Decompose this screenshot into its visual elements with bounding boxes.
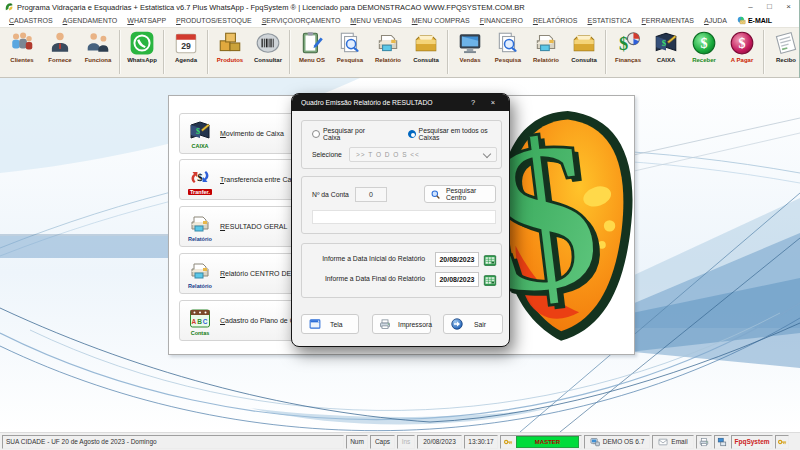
status-user-text: MASTER <box>516 436 579 448</box>
toolbar-button-agenda[interactable]: 29Agenda <box>167 30 205 76</box>
svg-text:$: $ <box>700 35 707 51</box>
menu-item-estatistica[interactable]: ESTATISTICA <box>582 17 636 24</box>
menu-item-whatsapp[interactable]: WHATSAPP <box>122 17 171 24</box>
toolbar-separator <box>163 30 165 74</box>
calendar-picker-icon[interactable] <box>483 253 497 266</box>
clients-icon <box>9 30 35 56</box>
toolbar-separator <box>207 30 209 74</box>
sair-button[interactable]: Sair <box>443 314 503 334</box>
menu-item-agendamento[interactable]: AGENDAMENTO <box>58 17 123 24</box>
conta-group: Nº da Conta 0 Pesquisar Centro <box>301 176 502 234</box>
toolbar-button-consulta[interactable]: Consulta <box>407 30 445 76</box>
menu-item-label: WHATSAPP <box>127 17 166 24</box>
radio-pesquisar-todos-caixas[interactable]: Pesquisar em todos os Caixas <box>408 127 501 141</box>
menu-item-label: CADASTROS <box>9 17 53 24</box>
menu-item-servi-o-or-amento[interactable]: SERVIÇO/ORÇAMENTO <box>257 17 346 24</box>
products-icon <box>217 30 243 56</box>
drawer-icon <box>413 30 439 56</box>
menu-item-menu-compras[interactable]: MENU COMPRAS <box>407 17 475 24</box>
toolbar-button-label: Receber <box>692 57 716 63</box>
menu-item-label: SERVIÇO/ORÇAMENTO <box>262 17 341 24</box>
toolbar-button-relat-rio[interactable]: Relatório <box>369 30 407 76</box>
toolbar-button-vendas[interactable]: Vendas <box>451 30 489 76</box>
svg-text:$: $ <box>197 171 203 183</box>
toolbar-button-menu-os[interactable]: Menu OS <box>293 30 331 76</box>
conta-input[interactable]: 0 <box>355 187 387 202</box>
toolbar-button-finan-as[interactable]: $Finanças <box>609 30 647 76</box>
toolbar-button-fornece[interactable]: Fornece <box>41 30 79 76</box>
status-caps-lock-text: Caps <box>375 438 390 445</box>
toolbar-button-label: Relatório <box>375 57 401 63</box>
menu-item-relat-rios[interactable]: RELATÓRIOS <box>528 17 583 24</box>
key-icon <box>503 437 513 447</box>
toolbar-button-label: Agenda <box>175 57 197 63</box>
dialog-close-button[interactable]: × <box>486 98 500 107</box>
toolbar-button-relat-rio[interactable]: Relatório <box>527 30 565 76</box>
caixa-filter-group: Pesquisar por Caixa Pesquisar em todos o… <box>301 120 502 169</box>
toolbar-button-consulta[interactable]: Consulta <box>565 30 603 76</box>
menu-item-cadastros[interactable]: CADASTROS <box>4 17 58 24</box>
status-network <box>714 435 729 449</box>
toolbar-button-whatsapp[interactable]: WhatsApp <box>123 30 161 76</box>
data-inicial-input[interactable]: 20/08/2023 <box>435 252 479 267</box>
toolbar-button-receber[interactable]: $Receber <box>685 30 723 76</box>
calendar-picker-icon[interactable] <box>483 273 497 286</box>
dates-group: Informe a Data Inicial do Relatório 20/0… <box>301 243 502 298</box>
impressora-button[interactable]: Impressora <box>372 314 431 334</box>
tela-button[interactable]: Tela <box>301 314 359 334</box>
statusbar: SUA CIDADE - UF 20 de Agosto de 2023 - D… <box>0 432 800 450</box>
toolbar-button-a-pagar[interactable]: $A Pagar <box>723 30 761 76</box>
status-num-lock: Num <box>346 435 368 449</box>
menu-item-ajuda[interactable]: AJUDA <box>699 17 732 24</box>
svg-text:ABC: ABC <box>191 317 208 324</box>
toolbar-button-pesquisa[interactable]: Pesquisa <box>331 30 369 76</box>
status-time: 13:30:17 <box>464 435 498 449</box>
pesquisar-centro-button[interactable]: Pesquisar Centro <box>424 185 496 203</box>
radio-circle-unchecked[interactable] <box>312 130 320 138</box>
caixa-select-value: >> T O D O S << <box>356 151 484 158</box>
radio-circle-checked[interactable] <box>408 130 416 138</box>
close-button[interactable]: × <box>780 1 797 13</box>
menu-item-label: E-MAIL <box>748 17 772 24</box>
menu-item-label: MENU COMPRAS <box>412 17 470 24</box>
centro-result-input[interactable] <box>312 210 496 224</box>
menu-item-ferramentas[interactable]: FERRAMENTAS <box>637 17 699 24</box>
drawer-icon <box>571 30 597 56</box>
menu-item-e-mail[interactable]: E-MAIL <box>732 16 777 25</box>
toolbar-button-consultar[interactable]: Consultar <box>249 30 287 76</box>
data-final-input[interactable]: 20/08/2023 <box>435 272 479 287</box>
radio-pesquisar-por-caixa[interactable]: Pesquisar por Caixa <box>312 127 378 141</box>
printer-icon <box>379 318 391 330</box>
toolbar-button-recibo[interactable]: Recibo <box>767 30 800 76</box>
sair-label: Sair <box>474 321 486 328</box>
toolbar-button-label: Funciona <box>85 57 112 63</box>
status-date: 20/08/2023 <box>417 435 462 449</box>
status-brand: FpqSystem <box>731 435 773 449</box>
toolbar-button-label: Pesquisa <box>495 57 521 63</box>
pay-icon: $ <box>729 30 755 56</box>
status-insert: Ins <box>397 435 415 449</box>
toolbar-separator <box>447 30 449 74</box>
minimize-button[interactable]: – <box>742 1 759 13</box>
titlebar: Programa Vidraçaria e Esquadrias + Estat… <box>0 0 799 14</box>
menu-item-menu-vendas[interactable]: MENU VENDAS <box>345 17 406 24</box>
menu-item-label: PRODUTOS/ESTOQUE <box>176 17 252 24</box>
toolbar-button-produtos[interactable]: Produtos <box>211 30 249 76</box>
caixa-select[interactable]: >> T O D O S << <box>349 147 497 162</box>
toolbar-button-caixa[interactable]: $CAIXA <box>647 30 685 76</box>
toolbar-button-funciona[interactable]: Funciona <box>79 30 117 76</box>
maximize-button[interactable]: □ <box>761 1 778 13</box>
toolbar: ClientesForneceFuncionaWhatsApp29AgendaP… <box>0 27 799 78</box>
status-caps-lock: Caps <box>370 435 395 449</box>
menu-item-produtos-estoque[interactable]: PRODUTOS/ESTOQUE <box>171 17 257 24</box>
dialog-titlebar[interactable]: Quadro Emissão Relatório de RESULTADO ? … <box>292 94 509 111</box>
toolbar-button-pesquisa[interactable]: Pesquisa <box>489 30 527 76</box>
toolbar-button-clientes[interactable]: Clientes <box>3 30 41 76</box>
toolbar-button-label: Consultar <box>254 57 282 63</box>
status-num-lock-text: Num <box>350 438 364 445</box>
main-area: ABCContasCadastro do Plano de CoRelatóri… <box>0 78 800 432</box>
dialog-help-button[interactable]: ? <box>466 98 480 107</box>
menu-item-label: FERRAMENTAS <box>642 17 694 24</box>
menu-item-financeiro[interactable]: FINANCEIRO <box>475 17 528 24</box>
app-icon <box>4 2 14 12</box>
